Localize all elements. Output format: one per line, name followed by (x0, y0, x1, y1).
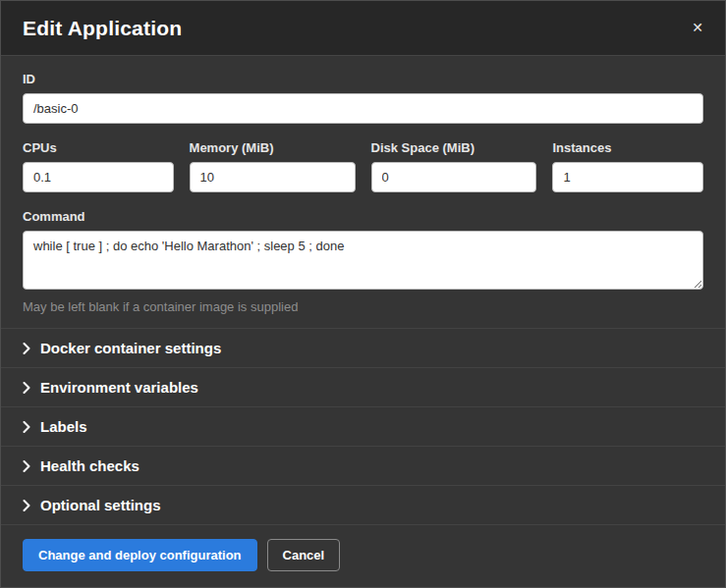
section-environment-variables[interactable]: Environment variables (1, 367, 725, 406)
application-form: ID CPUs Memory (MiB) Disk Space (MiB) In… (1, 56, 725, 328)
close-icon[interactable]: ✕ (692, 21, 703, 34)
chevron-right-icon (23, 460, 30, 472)
section-optional-settings[interactable]: Optional settings (1, 485, 725, 525)
id-label: ID (23, 72, 703, 86)
id-input[interactable] (23, 93, 703, 124)
cpus-field-group: CPUs (23, 140, 174, 192)
memory-label: Memory (MiB) (190, 140, 356, 155)
disk-label: Disk Space (MiB) (371, 140, 537, 155)
section-label: Health checks (40, 457, 140, 474)
memory-field-group: Memory (MiB) (190, 140, 356, 192)
section-label: Environment variables (40, 379, 198, 396)
command-textarea[interactable]: while [ true ] ; do echo 'Hello Marathon… (23, 231, 703, 290)
cpus-input[interactable] (23, 162, 174, 192)
instances-field-group: Instances (552, 140, 703, 192)
chevron-right-icon (23, 343, 30, 354)
section-label: Optional settings (40, 497, 161, 513)
command-label: Command (23, 209, 703, 224)
instances-input[interactable] (552, 162, 703, 192)
section-health-checks[interactable]: Health checks (1, 446, 725, 485)
command-help-text: May be left blank if a container image i… (23, 299, 703, 314)
chevron-right-icon (23, 421, 30, 433)
resources-row: CPUs Memory (MiB) Disk Space (MiB) Insta… (23, 140, 703, 192)
section-label: Labels (40, 418, 87, 435)
modal-footer: Change and deploy configuration Cancel (1, 525, 725, 588)
modal-header: Edit Application ✕ (1, 1, 725, 56)
section-label: Docker container settings (40, 340, 221, 356)
section-labels[interactable]: Labels (1, 406, 725, 446)
disk-field-group: Disk Space (MiB) (371, 140, 537, 192)
command-field-group: Command while [ true ] ; do echo 'Hello … (23, 209, 703, 314)
change-and-deploy-button[interactable]: Change and deploy configuration (23, 539, 257, 571)
instances-label: Instances (552, 140, 703, 155)
cpus-label: CPUs (23, 140, 174, 155)
chevron-right-icon (23, 500, 30, 511)
collapsible-sections: Docker container settings Environment va… (1, 328, 725, 525)
chevron-right-icon (23, 382, 30, 394)
section-docker-container-settings[interactable]: Docker container settings (1, 328, 725, 367)
cancel-button[interactable]: Cancel (267, 539, 341, 571)
memory-input[interactable] (190, 162, 356, 192)
disk-input[interactable] (371, 162, 537, 192)
id-field-group: ID (23, 72, 703, 124)
modal-title: Edit Application (23, 17, 182, 40)
edit-application-modal: Edit Application ✕ ID CPUs Memory (MiB) … (0, 0, 726, 588)
